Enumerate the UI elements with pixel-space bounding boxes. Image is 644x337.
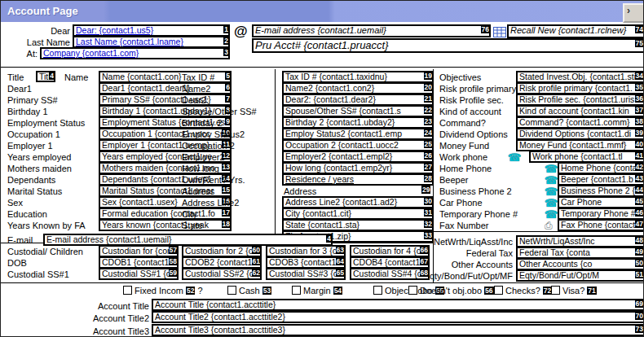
car-phone-field[interactable]: Car Phone45	[558, 196, 644, 208]
temporary-phone-label: Temporary Phone #	[439, 209, 518, 219]
mothers-maiden-label: Mothers maiden	[7, 164, 72, 173]
account-title2-field[interactable]: Account Title2 {contact1.accttitle2}70	[152, 311, 644, 323]
how-long-field[interactable]: How long {contact1.emp2yr}27	[282, 162, 434, 174]
employ-status2-field[interactable]: Employ Status2 {contact1.emp24	[282, 128, 434, 140]
account-title-field[interactable]: Account Title {contact1.accttitle}69	[152, 299, 644, 311]
dear-field[interactable]: Dear: {contact1.us5}1	[73, 24, 230, 37]
visa-checkbox[interactable]	[551, 286, 560, 295]
custodial-field-2-2[interactable]: CDOB2 {contact1.61	[182, 256, 262, 269]
recall-new-field[interactable]: Recall New {contact1.rclnew}74	[507, 24, 644, 38]
phone-icon: ☎	[545, 208, 558, 221]
name2-field[interactable]: Name2 {contact1.con2}20	[282, 82, 434, 94]
dependants-label: Dependants	[7, 175, 55, 185]
own-rent-yrs-field-text: Residence / years	[285, 175, 354, 184]
money-fund-field[interactable]: Money Fund {contact1.mmf}40	[516, 139, 644, 151]
checks-checkbox[interactable]	[494, 286, 503, 295]
sex-field-text: Sex {contact1.usex}	[102, 198, 178, 207]
fax-number-field[interactable]: Fax Phone {contact47	[558, 219, 644, 231]
fixed-incom-checkbox[interactable]	[123, 286, 132, 295]
occupation-2-field[interactable]: Occupation 2 {contact1.uocc225	[282, 139, 434, 151]
risk-profile-sec-label: Risk Profile sec.	[439, 95, 504, 105]
address-line2-field[interactable]: Address Line2 {contact1.ad2}30	[282, 196, 434, 208]
account-title2-label: Account Title2	[50, 313, 149, 323]
car-phone-label: Car Phone	[439, 198, 483, 208]
titlebar-button[interactable]: ›	[623, 3, 644, 23]
car-phone-field-text: Car Phone	[561, 198, 602, 207]
field-number-badge: 63	[336, 246, 345, 254]
command-field[interactable]: Command? {contact1.comm}38	[516, 116, 644, 129]
margin-checkbox[interactable]	[292, 286, 301, 295]
custodial-field-3-3-text: Custodial SS#3 {c	[269, 269, 337, 278]
dividend-options-field[interactable]: Dividend Options {contact1.di39	[516, 128, 644, 140]
visa-checkbox-label: Visa?	[562, 286, 584, 295]
field-number-badge: 42	[635, 163, 644, 171]
titlebar: Account Page ›	[1, 1, 643, 22]
cash-checkbox[interactable]	[227, 286, 236, 295]
risk-profile-primary-field[interactable]: Risk profile primary {contact1.35	[516, 82, 644, 94]
spouse-other-ss-field-text: Spouse/Other SS# {contact1.s	[285, 107, 401, 116]
business-phone-2-field[interactable]: Business Phone 2 {44	[558, 185, 644, 197]
spouse-other-ss-field[interactable]: Spouse/Other SS# {contact1.s22	[282, 105, 434, 117]
home-phone-field[interactable]: Home Phone {conta42	[558, 162, 644, 174]
years-known-by-fa-field[interactable]: Years known {contact1.yeak18	[99, 219, 232, 231]
own-rent-yrs-label: Own/Rent? Yrs.	[182, 175, 245, 185]
window-title: Account Page	[7, 5, 78, 17]
title-field[interactable]: Title4	[36, 71, 55, 82]
custodial-field-1-2[interactable]: CDOB1 {contact1.c58	[99, 256, 179, 269]
city-field[interactable]: City {contact1.cit}31	[282, 208, 434, 220]
custodial-field-1-3[interactable]: Custodial SS#1 {co59	[99, 268, 179, 280]
kind-of-account-field[interactable]: Kind of account {contact1.kin37	[516, 105, 644, 117]
field-number-badge: 54	[333, 287, 342, 295]
last-name-field[interactable]: Last Name {contact1.lname}2	[73, 36, 230, 48]
federal-tax-field[interactable]: Federal Tax {conta49	[516, 247, 644, 259]
checkbox-item-checks: Checks?72	[494, 285, 554, 295]
primary-ss-field[interactable]: Primary SS# {contact1.uss1}7	[99, 94, 232, 106]
netwrth-liqasst-inc-field[interactable]: NetWrth/LiqAsst/Inc48	[516, 235, 644, 247]
email-address-field[interactable]: E-mail address {contact1.uemail}76	[252, 24, 491, 37]
tax-id-field[interactable]: Tax ID # {contact1.taxidnu}19	[282, 71, 434, 83]
at-field[interactable]: Company {contact1.com}3	[40, 47, 230, 59]
risk-profile-sec-field[interactable]: Risk Profile sec. {contact1.uris36	[516, 94, 644, 106]
field-number-badge: 60	[252, 246, 261, 254]
custodial-field-3-3[interactable]: Custodial SS#3 {c65	[266, 268, 346, 280]
account-title2-field-text: Account Title2 {contact1.accttitle2}	[155, 313, 285, 322]
beeper-field[interactable]: Beeper {contact1.b43	[558, 173, 644, 186]
account-title3-field[interactable]: Account Title3 {contact1.accttitle3}73	[152, 324, 644, 336]
custodial-field-2-1[interactable]: Custodian for 2 {c60	[182, 245, 262, 257]
doesn-t-obj-obo-checkbox[interactable]	[408, 286, 417, 295]
dear2-field[interactable]: Dear2: {contact1.dear2}21	[282, 94, 434, 106]
birthday-2-field[interactable]: Birthday 2 {contact1.ubday2}23	[282, 116, 434, 129]
employer2-label: Employer2	[182, 152, 225, 162]
custodial-field-4-2[interactable]: CDOB4 {contact1.c67	[350, 256, 430, 269]
custodial-field-3-1[interactable]: Custodian for 3 {c63	[266, 245, 346, 257]
objectives-field[interactable]: Stated Invest.Obj. {contact1.stinob34	[516, 71, 644, 83]
account-title-field-text: Account Title {contact1.accttitle}	[155, 300, 276, 309]
education-field[interactable]: Formal education {contact1.fo17	[99, 208, 232, 220]
temporary-phone-field[interactable]: Temporary Phone #46	[558, 208, 644, 220]
custodial-field-3-2[interactable]: CDOB3 {contact1.c64	[266, 256, 346, 269]
field-number-badge: 13	[222, 163, 231, 171]
custodial-field-4-1[interactable]: Custodian for 4 {c66	[350, 245, 430, 257]
e-mail-field[interactable]: E-mail address {contact1.uemail}4	[43, 234, 333, 246]
eqty-bond-fut-opt-mf-field[interactable]: Eqty/Bond/Fut/Opt/M51	[516, 269, 644, 282]
own-rent-yrs-field[interactable]: Residence / years28	[282, 173, 434, 186]
field-number-badge: 49	[635, 247, 644, 256]
objects-obo-checkbox[interactable]	[373, 286, 382, 295]
employer2-field[interactable]: Employer2 {contact1.empl2}26	[282, 151, 434, 163]
field-number-badge: 17	[222, 208, 231, 217]
other-accounts-field[interactable]: Other Accounts {co50	[516, 258, 644, 270]
state-field[interactable]: State {contact1.sta}32	[282, 219, 434, 231]
dear1-field[interactable]: Dear1 {contact1.dear1}6	[99, 82, 232, 94]
phone-icon: ☎	[545, 163, 558, 175]
custodial-field-1-1[interactable]: Custodian for {cont57	[99, 245, 179, 257]
field-number-badge: 5	[225, 72, 231, 80]
marital-status-label: Marital Status	[7, 186, 62, 196]
field-number-badge: 66	[420, 246, 429, 254]
work-phone-field[interactable]: Work phone {contact1.tl41	[529, 151, 644, 163]
custodial-field-3-1-text: Custodian for 3 {c	[269, 247, 337, 256]
custodial-field-4-3[interactable]: Custodial SS#4 {c68	[350, 268, 430, 280]
field-number-badge: 47	[635, 220, 644, 228]
risk-profile-primary-label: Risk profile primary	[439, 84, 516, 94]
pru-acct-field[interactable]: Pru Acct# {contact1.pruacct}75	[252, 38, 644, 53]
custodial-field-2-3[interactable]: Custodial SS#2 {c62	[182, 268, 262, 280]
